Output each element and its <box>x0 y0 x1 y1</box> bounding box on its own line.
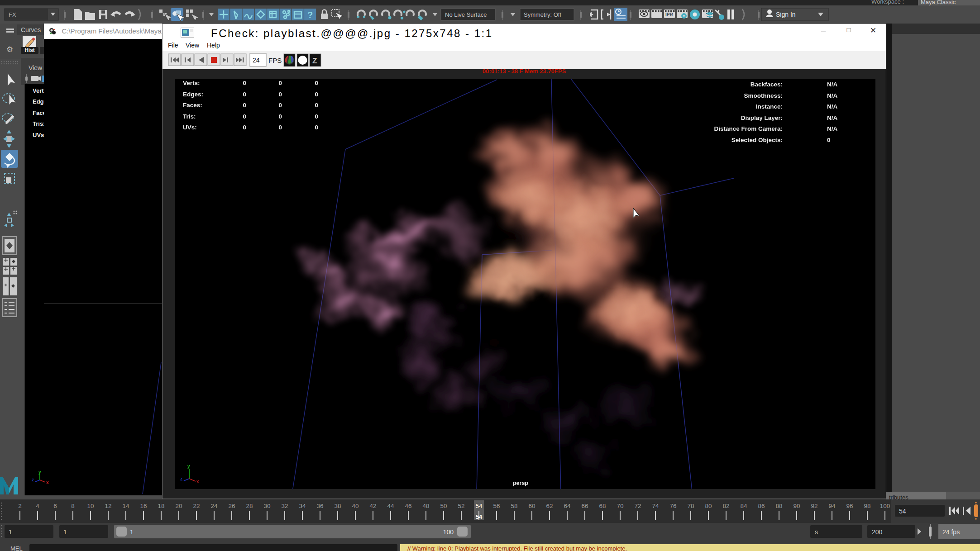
svg-text:68: 68 <box>599 503 606 509</box>
svg-text:88: 88 <box>775 503 782 509</box>
svg-text:0: 0 <box>827 137 831 143</box>
svg-text:0: 0 <box>278 124 282 131</box>
svg-text:Selected Objects:: Selected Objects: <box>731 137 783 143</box>
svg-text:66: 66 <box>581 503 588 509</box>
svg-text:26: 26 <box>228 503 235 509</box>
svg-text:16: 16 <box>140 503 147 509</box>
svg-text:64: 64 <box>564 503 571 509</box>
svg-text:100: 100 <box>880 503 890 509</box>
svg-text:200: 200 <box>872 528 883 536</box>
svg-text:54: 54 <box>899 508 906 515</box>
svg-text:1: 1 <box>63 528 67 536</box>
svg-text:No Live Surface: No Live Surface <box>445 11 487 18</box>
svg-text:Smoothness:: Smoothness: <box>744 92 783 99</box>
svg-text:x: x <box>196 479 199 484</box>
svg-text:62: 62 <box>546 503 553 509</box>
svg-text:24: 24 <box>210 503 218 509</box>
svg-text:94: 94 <box>828 503 836 509</box>
svg-text:24 fps: 24 fps <box>942 528 960 536</box>
svg-text:80: 80 <box>705 503 712 509</box>
svg-text:82: 82 <box>722 503 729 509</box>
svg-text:persp: persp <box>513 480 528 486</box>
svg-text:Backfaces:: Backfaces: <box>751 81 783 88</box>
svg-text:52: 52 <box>458 503 464 509</box>
svg-text:46: 46 <box>405 503 411 509</box>
svg-text:Edges:: Edges: <box>183 91 203 98</box>
svg-text:8: 8 <box>71 503 75 509</box>
svg-text:98: 98 <box>864 503 870 509</box>
svg-text:22: 22 <box>193 503 200 509</box>
svg-text:90: 90 <box>793 503 800 509</box>
svg-text:0: 0 <box>243 124 246 131</box>
svg-text:z: z <box>180 476 182 481</box>
svg-text:IPR: IPR <box>665 12 673 17</box>
svg-text:0: 0 <box>243 113 246 120</box>
svg-text:Instance:: Instance: <box>756 103 783 110</box>
svg-text:0: 0 <box>243 102 246 109</box>
svg-text:92: 92 <box>811 503 817 509</box>
svg-text:1: 1 <box>130 528 134 536</box>
svg-text:y: y <box>38 470 41 475</box>
svg-text:N/A: N/A <box>827 103 838 110</box>
svg-text:N/A: N/A <box>827 81 838 88</box>
svg-text:76: 76 <box>669 503 676 509</box>
svg-text:Verts:: Verts: <box>183 80 200 86</box>
svg-text:0: 0 <box>315 80 318 86</box>
svg-text:86: 86 <box>758 503 765 509</box>
svg-text:0: 0 <box>315 102 318 109</box>
svg-text:32: 32 <box>281 503 288 509</box>
svg-text:y: y <box>187 464 190 469</box>
svg-text:40: 40 <box>352 503 359 509</box>
svg-text:Symmetry: Off: Symmetry: Off <box>524 11 561 18</box>
svg-text:42: 42 <box>369 503 376 509</box>
svg-text:0: 0 <box>278 102 282 109</box>
svg-text:34: 34 <box>299 503 306 509</box>
svg-text:60: 60 <box>528 503 535 509</box>
svg-text:FPS: FPS <box>268 57 282 64</box>
svg-text:4: 4 <box>36 503 39 509</box>
svg-text:28: 28 <box>246 503 253 509</box>
svg-text:UVs:: UVs: <box>183 124 197 131</box>
svg-text:0: 0 <box>315 91 318 98</box>
svg-text:74: 74 <box>652 503 659 509</box>
svg-text:FX: FX <box>9 11 16 18</box>
svg-text:s: s <box>815 528 818 536</box>
svg-text:N/A: N/A <box>827 125 838 132</box>
svg-text:0: 0 <box>278 91 282 98</box>
svg-text:0: 0 <box>243 91 246 98</box>
svg-text:Faces:: Faces: <box>183 102 202 109</box>
svg-text:96: 96 <box>846 503 853 509</box>
svg-text:x: x <box>46 480 49 484</box>
svg-text:0: 0 <box>315 113 318 120</box>
svg-text:30: 30 <box>263 503 270 509</box>
svg-text:14: 14 <box>122 503 129 509</box>
svg-text:0: 0 <box>278 80 282 86</box>
svg-text:24: 24 <box>253 57 260 64</box>
svg-text:N/A: N/A <box>827 114 838 121</box>
svg-text:Distance From Camera:: Distance From Camera: <box>714 125 783 132</box>
svg-text:Sign In: Sign In <box>776 11 796 18</box>
svg-text:z: z <box>32 477 34 482</box>
svg-text:10: 10 <box>87 503 94 509</box>
svg-text:N/A: N/A <box>827 92 838 99</box>
svg-text:?: ? <box>307 10 313 20</box>
svg-text:48: 48 <box>422 503 429 509</box>
svg-text:0: 0 <box>315 124 318 131</box>
svg-text:100: 100 <box>443 528 454 536</box>
svg-text:44: 44 <box>387 503 394 509</box>
svg-text:0: 0 <box>278 113 282 120</box>
svg-text:0: 0 <box>243 80 246 86</box>
svg-text:2: 2 <box>18 503 22 509</box>
svg-text:50: 50 <box>440 503 447 509</box>
svg-text:1: 1 <box>9 528 12 536</box>
svg-text:84: 84 <box>740 503 747 509</box>
svg-text:18: 18 <box>158 503 164 509</box>
svg-text:72: 72 <box>634 503 641 509</box>
svg-text:12: 12 <box>105 503 111 509</box>
svg-text:36: 36 <box>316 503 323 509</box>
svg-text:Display Layer:: Display Layer: <box>741 114 783 121</box>
svg-text:56: 56 <box>493 503 500 509</box>
svg-text:38: 38 <box>334 503 341 509</box>
svg-text:54: 54 <box>475 503 483 509</box>
svg-text:Z: Z <box>312 57 317 65</box>
